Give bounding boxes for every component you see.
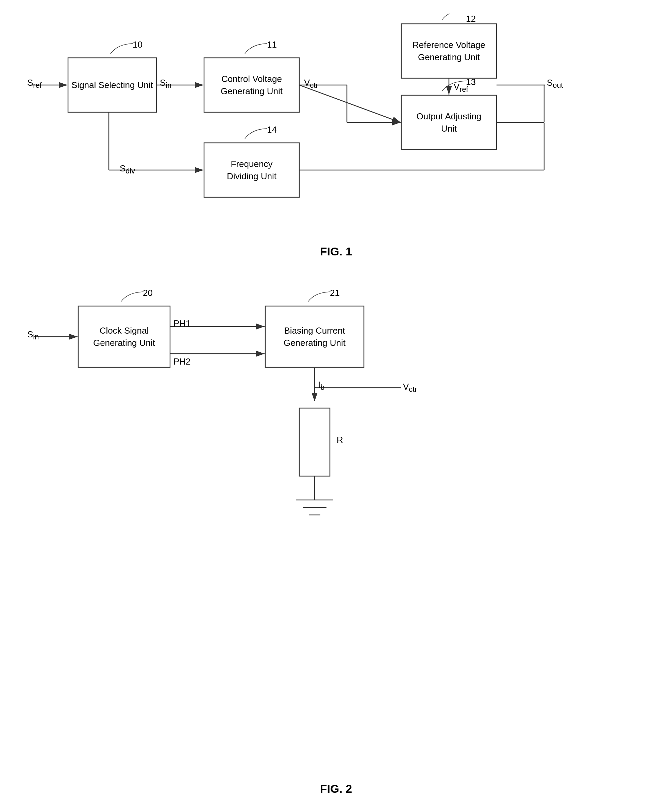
fig1-svg [27, 13, 639, 238]
fig2-caption: FIG. 2 [0, 782, 672, 795]
ib-label: Ib [318, 380, 324, 392]
s-in-label-fig1: Sin [160, 77, 171, 90]
fig1-caption: FIG. 1 [0, 245, 672, 258]
svg-rect-28 [299, 408, 330, 476]
ph1-label: PH1 [173, 318, 191, 329]
v-ref-label: Vref [453, 82, 468, 94]
s-out-label: Sout [547, 77, 563, 90]
ph2-label: PH2 [173, 356, 191, 367]
s-ref-label: Sref [27, 77, 42, 90]
control-voltage-label: Control VoltageGenerating Unit [204, 58, 299, 112]
fig2-diagram: Clock SignalGenerating Unit Biasing Curr… [27, 279, 639, 769]
r-label: R [337, 435, 343, 445]
s-in-label-fig2: Sin [27, 329, 39, 342]
frequency-dividing-label: FrequencyDividing Unit [204, 143, 299, 197]
biasing-current-label: Biasing CurrentGenerating Unit [265, 306, 364, 367]
ref-num-20: 20 [143, 288, 153, 298]
svg-line-7 [299, 85, 401, 122]
s-div-label: Sdiv [120, 163, 135, 176]
ref-num-10: 10 [133, 39, 143, 50]
ref-num-21: 21 [330, 288, 340, 298]
signal-selecting-label: Signal Selecting Unit [68, 58, 156, 112]
fig1-diagram: Signal Selecting Unit Control VoltageGen… [27, 13, 639, 238]
ref-num-12: 12 [466, 13, 476, 24]
ref-num-11: 11 [267, 39, 277, 50]
ref-num-14: 14 [267, 125, 277, 135]
reference-voltage-label: Reference VoltageGenerating Unit [401, 24, 496, 78]
v-ctr-label: Vctr [304, 77, 318, 90]
page: Signal Selecting Unit Control VoltageGen… [0, 0, 672, 805]
vctr-label-fig2: Vctr [403, 381, 417, 394]
output-adjusting-label: Output AdjustingUnit [401, 95, 496, 150]
clock-signal-label: Clock SignalGenerating Unit [78, 306, 170, 367]
